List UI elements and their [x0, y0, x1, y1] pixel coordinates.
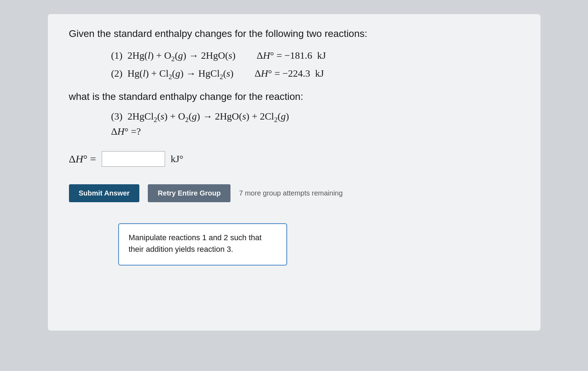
retry-button[interactable]: Retry Entire Group	[148, 184, 230, 202]
reaction3-line1: (3) 2HgCl2(s) + O2(g) → 2HgO(s) + 2Cl2(g…	[111, 111, 519, 124]
intro-text: Given the standard enthalpy changes for …	[69, 28, 519, 39]
reaction-row-1: (1) 2Hg(l) + O2(g) → 2HgO(s) ΔH° = −181.…	[111, 50, 519, 63]
reaction3-block: (3) 2HgCl2(s) + O2(g) → 2HgO(s) + 2Cl2(g…	[111, 111, 519, 137]
attempts-text: 7 more group attempts remaining	[239, 189, 343, 197]
question-text: what is the standard enthalpy change for…	[69, 91, 519, 102]
reaction-row-2: (2) Hg(l) + Cl2(g) → HgCl2(s) ΔH° = −224…	[111, 68, 519, 81]
page-container: Given the standard enthalpy changes for …	[48, 14, 540, 331]
hint-text: Manipulate reactions 1 and 2 such that t…	[129, 232, 277, 255]
reaction-2-enthalpy: ΔH° = −224.3 kJ	[255, 68, 324, 79]
answer-input[interactable]	[102, 151, 165, 167]
reaction-1-equation: (1) 2Hg(l) + O2(g) → 2HgO(s)	[111, 50, 236, 63]
reaction3-line2: ΔH° =?	[111, 126, 519, 137]
buttons-row: Submit Answer Retry Entire Group 7 more …	[69, 184, 519, 202]
reaction-2-equation: (2) Hg(l) + Cl2(g) → HgCl2(s)	[111, 68, 234, 81]
submit-button[interactable]: Submit Answer	[69, 184, 140, 202]
reaction-1-enthalpy: ΔH° = −181.6 kJ	[257, 50, 326, 61]
answer-row: ΔH° = kJ°	[69, 151, 519, 167]
hint-box: Manipulate reactions 1 and 2 such that t…	[118, 223, 287, 266]
reactions-block: (1) 2Hg(l) + O2(g) → 2HgO(s) ΔH° = −181.…	[111, 50, 519, 81]
kj-unit-label: kJ°	[171, 153, 183, 165]
delta-h-label: ΔH° =	[69, 153, 96, 165]
